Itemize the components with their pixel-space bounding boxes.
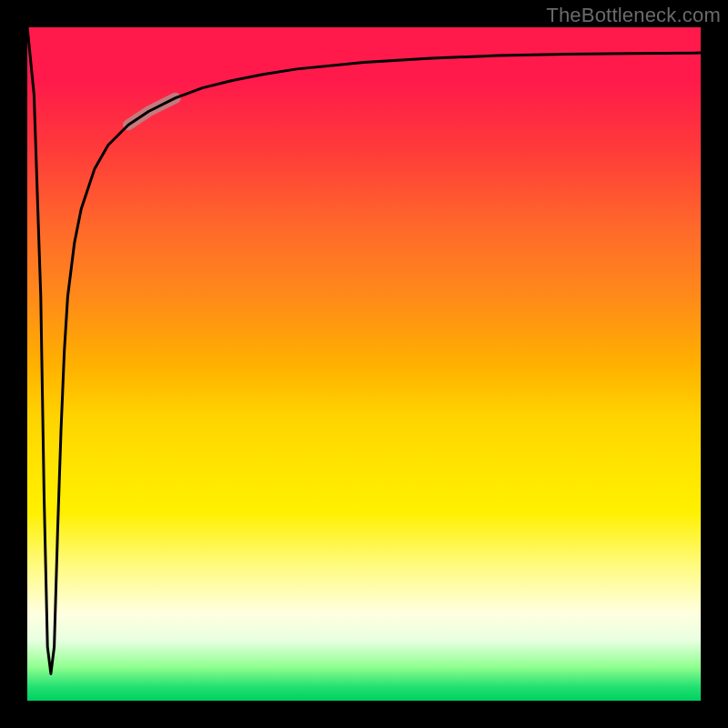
- watermark-text: TheBottleneck.com: [546, 4, 721, 27]
- chart-frame: TheBottleneck.com: [0, 0, 728, 728]
- plot-area: [27, 27, 701, 701]
- chart-svg: [27, 27, 701, 701]
- bottleneck-curve: [27, 27, 701, 673]
